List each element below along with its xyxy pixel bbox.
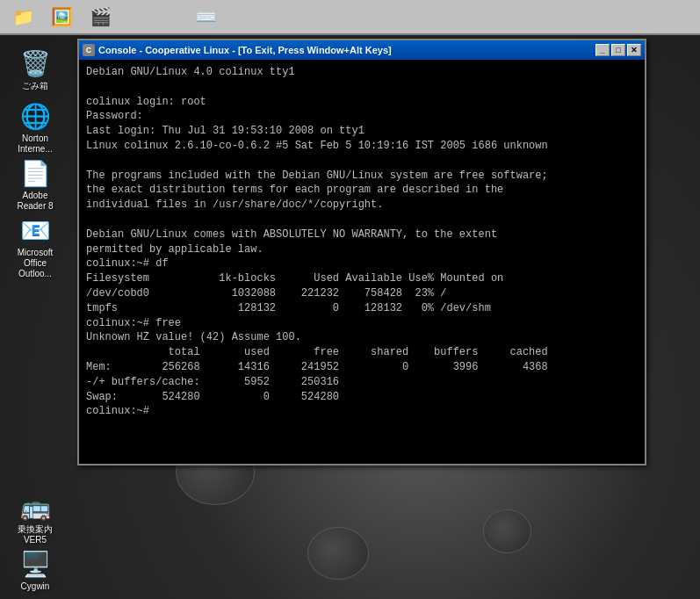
desktop-icon-gomi[interactable]: 🗑️ ごみ箱 (9, 44, 61, 95)
outlook-icon: 📧 (19, 214, 51, 246)
taskbar-media-icon[interactable]: 🎬 (84, 1, 116, 32)
trash-icon: 🗑️ (19, 47, 51, 79)
bus-icon: 🚌 (19, 491, 51, 523)
desktop-icon-norton[interactable]: 🌐 Norton Interne... (9, 97, 61, 158)
kikan-label: 乗換案内 VER5 (12, 524, 58, 545)
norton-label: Norton Interne... (12, 134, 58, 155)
crater-decoration (307, 527, 369, 580)
taskbar-app-icon[interactable]: ⌨️ (190, 1, 221, 32)
desktop-icon-adobe[interactable]: 📄 Adobe Reader 8 (9, 154, 61, 215)
taskbar-image-icon[interactable]: 🖼️ (46, 1, 77, 32)
maximize-button[interactable]: □ (611, 44, 625, 56)
adobe-label: Adobe Reader 8 (12, 191, 58, 212)
console-app-icon: C (83, 44, 95, 56)
taskbar: 📁 🖼️ 🎬 ⌨️ (0, 0, 700, 35)
cygwin-label: Cygwin (21, 581, 50, 592)
outlook-label: Microsoft Office Outloo... (12, 248, 58, 279)
crater-decoration (483, 509, 531, 553)
app-icon: ⌨️ (193, 4, 218, 29)
console-titlebar[interactable]: C Console - Cooperative Linux - [To Exit… (79, 40, 645, 60)
desktop-icon-kikan[interactable]: 🚌 乗換案内 VER5 (9, 487, 61, 549)
media-icon: 🎬 (88, 4, 112, 29)
desktop-icon-outlook[interactable]: 📧 Microsoft Office Outloo... (9, 211, 61, 283)
gomi-label: ごみ箱 (22, 81, 48, 91)
console-content[interactable]: Debian GNU/Linux 4.0 colinux tty1 colinu… (79, 60, 645, 464)
norton-icon: 🌐 (19, 100, 51, 132)
console-window: C Console - Cooperative Linux - [To Exit… (77, 39, 646, 465)
close-button[interactable]: ✕ (627, 44, 641, 56)
image-edit-icon: 🖼️ (49, 4, 74, 29)
folder-icon: 📁 (11, 4, 35, 29)
desktop: 📁 🖼️ 🎬 ⌨️ 🗑️ ごみ箱 🌐 Norton Interne... 📄 A… (0, 0, 700, 599)
minimize-button[interactable]: _ (595, 44, 610, 56)
adobe-icon: 📄 (19, 157, 51, 189)
taskbar-folder-icon[interactable]: 📁 (7, 1, 39, 32)
desktop-icon-cygwin[interactable]: 🖥️ Cygwin (9, 545, 61, 595)
cygwin-icon: 🖥️ (19, 548, 51, 580)
console-title: Console - Cooperative Linux - [To Exit, … (98, 45, 594, 55)
